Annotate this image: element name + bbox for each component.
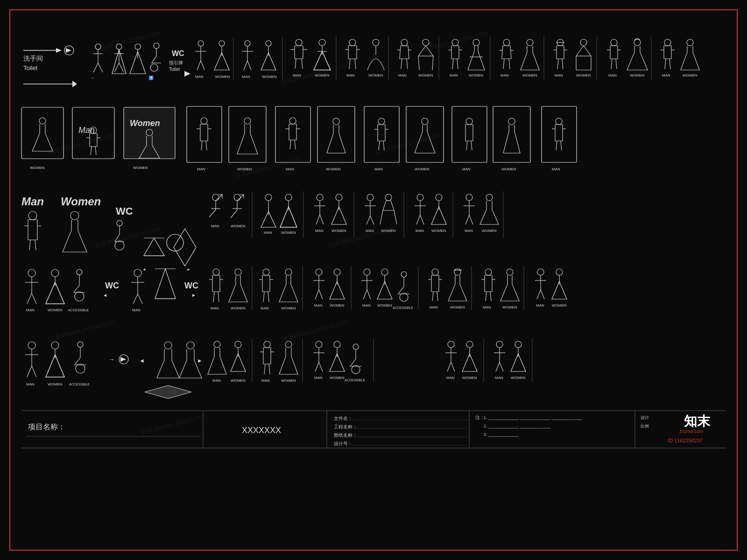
svg-text:WOMEN: WOMEN [368, 73, 383, 77]
svg-line-19 [119, 63, 124, 72]
svg-point-262 [28, 269, 35, 277]
svg-text:♿: ♿ [148, 75, 154, 81]
svg-text:WOMEN: WOMEN [48, 308, 63, 312]
svg-line-157 [290, 140, 291, 149]
svg-text:MAN: MAN [500, 73, 509, 77]
svg-point-343 [485, 269, 492, 275]
svg-line-394 [269, 364, 270, 374]
svg-line-257 [469, 215, 473, 224]
svg-point-30 [198, 41, 204, 46]
svg-line-168 [383, 141, 384, 150]
svg-text:MAN: MAN [242, 75, 250, 79]
svg-text:WOMEN: WOMEN [133, 166, 148, 170]
svg-line-265 [27, 294, 32, 304]
svg-rect-143 [187, 106, 222, 162]
svg-rect-53 [295, 46, 303, 59]
svg-text:WC: WC [172, 49, 184, 57]
svg-text:洗手间: 洗手间 [23, 55, 43, 62]
svg-line-309 [315, 290, 319, 299]
svg-text:WOMEN: WOMEN [231, 306, 246, 310]
svg-point-379 [164, 342, 172, 349]
svg-point-65 [349, 39, 356, 46]
svg-point-36 [219, 41, 225, 46]
svg-text:注：: 注： [475, 415, 485, 420]
svg-line-355 [537, 290, 541, 299]
svg-point-81 [423, 39, 429, 46]
svg-text:MAN: MAN [362, 303, 371, 308]
svg-point-368 [51, 342, 59, 349]
svg-text:→: → [108, 356, 115, 363]
svg-line-321 [367, 290, 371, 299]
svg-text:WOMEN: WOMEN [522, 73, 537, 77]
svg-text:WOMEN: WOMEN [415, 167, 430, 171]
svg-text:WOMEN: WOMEN [281, 306, 296, 310]
svg-point-228 [336, 194, 342, 201]
svg-text:WOMEN: WOMEN [30, 166, 45, 170]
svg-text:WC: WC [105, 281, 119, 290]
svg-text:1. _____________ _____________: 1. _____________ _____________ _________… [484, 415, 582, 420]
svg-point-399 [316, 341, 322, 348]
svg-point-93 [503, 39, 510, 46]
svg-text:MAN: MAN [398, 73, 407, 77]
svg-text:WC: WC [116, 205, 133, 217]
svg-point-390 [264, 341, 270, 348]
svg-text:WOMEN: WOMEN [330, 303, 345, 308]
svg-text:WOMEN: WOMEN [469, 73, 484, 77]
svg-point-47 [266, 41, 271, 46]
svg-line-226 [320, 215, 324, 224]
svg-text:WOMEN: WOMEN [330, 376, 345, 380]
svg-point-410 [352, 365, 360, 374]
svg-text:3. _____________: 3. _____________ [484, 432, 519, 437]
svg-point-127 [687, 39, 693, 46]
svg-point-385 [235, 341, 241, 348]
svg-text:◄: ◄ [139, 357, 145, 364]
svg-text:ACCESSIBLE: ACCESSIBLE [69, 383, 90, 386]
svg-line-44 [244, 61, 247, 70]
svg-text:MAN: MAN [315, 229, 324, 233]
svg-line-193 [35, 240, 36, 250]
svg-line-393 [264, 364, 265, 374]
svg-line-12 [98, 63, 103, 72]
svg-point-242 [417, 194, 423, 201]
svg-line-427 [496, 362, 500, 371]
svg-text:MAN: MAN [293, 73, 301, 77]
svg-text:Toilet: Toilet [23, 64, 38, 71]
svg-text:Women: Women [130, 119, 160, 128]
svg-point-362 [28, 342, 35, 349]
svg-point-179 [508, 118, 515, 125]
svg-line-167 [379, 141, 380, 150]
svg-line-78 [401, 59, 402, 69]
svg-text:图纸名称：: 图纸名称： [334, 433, 357, 438]
svg-text:WOMEN: WOMEN [281, 231, 296, 235]
svg-text:MAN: MAN [450, 73, 458, 77]
svg-line-125 [669, 59, 670, 69]
svg-line-335 [437, 292, 438, 301]
svg-text:►: ► [197, 357, 203, 364]
svg-rect-139 [124, 107, 175, 159]
svg-line-347 [490, 292, 491, 301]
svg-point-109 [580, 39, 587, 46]
svg-text:项目名称：: 项目名称： [28, 423, 65, 431]
svg-text:ID:1162258237: ID:1162258237 [668, 438, 703, 443]
svg-point-312 [334, 269, 340, 275]
svg-point-171 [422, 118, 428, 125]
svg-text:ACCESSIBLE: ACCESSIBLE [68, 308, 89, 312]
svg-line-402 [315, 362, 319, 371]
svg-point-20 [135, 44, 141, 49]
svg-point-164 [378, 118, 385, 125]
svg-text:WOMEN: WOMEN [326, 167, 341, 171]
svg-point-358 [556, 269, 563, 275]
svg-point-209 [234, 194, 240, 201]
svg-line-237 [370, 216, 374, 224]
svg-point-24 [150, 64, 158, 71]
svg-line-334 [432, 292, 433, 301]
svg-line-428 [500, 362, 503, 371]
svg-point-197 [117, 220, 122, 226]
svg-point-349 [507, 269, 513, 275]
svg-point-8 [95, 44, 101, 49]
svg-point-213 [265, 194, 272, 201]
svg-text:WC: WC [184, 281, 198, 290]
svg-rect-178 [493, 106, 530, 162]
svg-point-222 [317, 194, 323, 201]
svg-point-424 [496, 341, 503, 348]
